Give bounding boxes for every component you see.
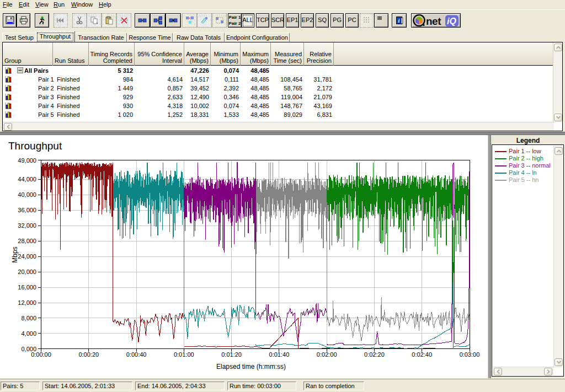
- svg-text:40,000: 40,000: [18, 191, 36, 198]
- svg-text:24,000: 24,000: [18, 253, 36, 260]
- svg-text:28,000: 28,000: [18, 238, 36, 244]
- svg-text:net: net: [426, 15, 441, 27]
- svg-text:i: i: [398, 18, 399, 24]
- svg-text:0:02:00: 0:02:00: [317, 351, 337, 358]
- svg-text:iQ: iQ: [447, 17, 456, 26]
- svg-text:0:03:00: 0:03:00: [460, 351, 480, 358]
- svg-text:Mbps: Mbps: [11, 246, 19, 262]
- svg-text:20,000: 20,000: [18, 269, 36, 275]
- svg-text:0:02:20: 0:02:20: [364, 351, 385, 358]
- svg-text:12,000: 12,000: [18, 299, 36, 306]
- svg-text:0:01:40: 0:01:40: [269, 351, 290, 358]
- svg-text:49,000: 49,000: [18, 157, 36, 164]
- svg-text:32,000: 32,000: [18, 222, 36, 229]
- svg-text:4,000: 4,000: [21, 330, 36, 337]
- svg-text:0:01:00: 0:01:00: [174, 351, 194, 358]
- svg-text:44,000: 44,000: [18, 176, 36, 182]
- svg-text:0:00:40: 0:00:40: [126, 351, 147, 358]
- svg-text:16,000: 16,000: [18, 284, 36, 291]
- svg-text:0:02:40: 0:02:40: [412, 351, 432, 358]
- svg-text:36,000: 36,000: [18, 207, 36, 213]
- svg-text:0:00:00: 0:00:00: [31, 351, 51, 358]
- svg-text:0:00:20: 0:00:20: [78, 351, 99, 358]
- svg-text:0:01:20: 0:01:20: [221, 351, 242, 358]
- svg-text:8,000: 8,000: [21, 315, 36, 321]
- svg-text:Elapsed time (h:mm:ss): Elapsed time (h:mm:ss): [216, 363, 286, 370]
